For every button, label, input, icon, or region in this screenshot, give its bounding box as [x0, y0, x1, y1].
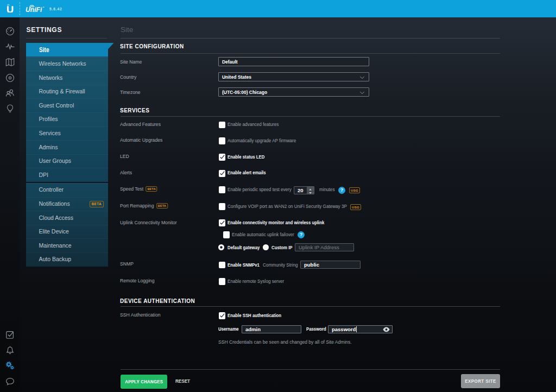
svg-text:UniFi: UniFi	[26, 6, 42, 14]
